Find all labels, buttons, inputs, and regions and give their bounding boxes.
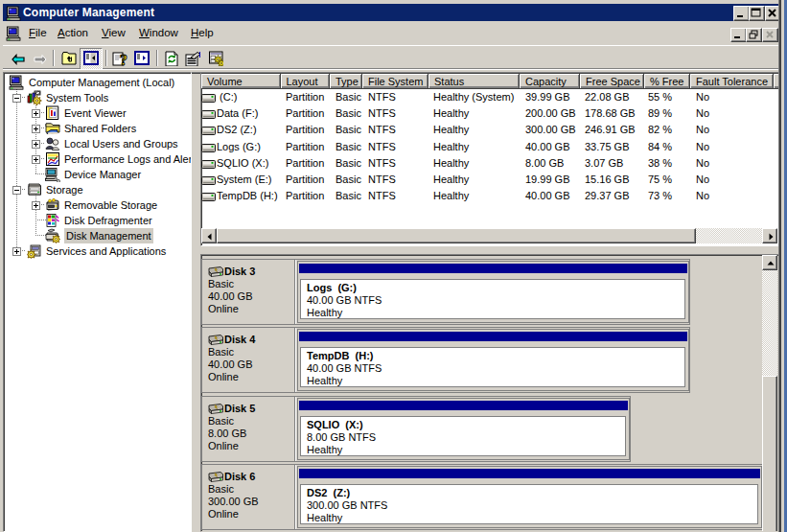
svg-text:?: ? [120,52,127,67]
